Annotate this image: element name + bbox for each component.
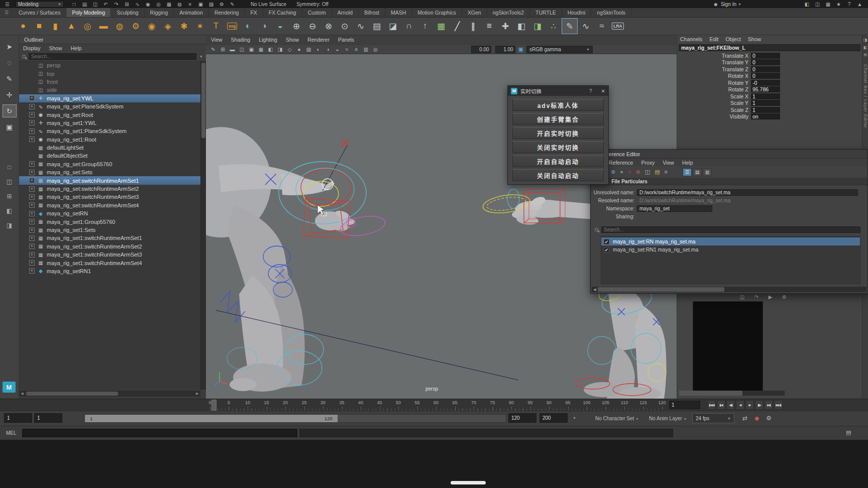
command-language-toggle[interactable]: MEL xyxy=(6,430,17,436)
persp-graph-layout-button[interactable]: ◨ xyxy=(3,220,17,231)
expand-toggle-icon[interactable]: + xyxy=(29,178,35,183)
create-reference-icon[interactable]: ⊕ xyxy=(611,169,615,175)
auto-keyframe-icon[interactable]: ◆ xyxy=(754,415,759,422)
exposure-field[interactable] xyxy=(471,46,491,53)
poly-superellipse-icon[interactable]: ◈ xyxy=(160,18,176,34)
shelf-tab[interactable]: FX Caching xyxy=(263,8,302,17)
expand-toggle-icon[interactable]: + xyxy=(29,170,35,175)
current-frame-field[interactable] xyxy=(669,401,700,409)
node-name-field[interactable]: maya_rig_set:FKElbow_L xyxy=(679,44,860,51)
channel-box-menu[interactable]: Edit xyxy=(709,36,718,42)
poly-soccer-ball-icon[interactable]: ◉ xyxy=(144,18,160,34)
poly-cylinder-icon[interactable]: ▮ xyxy=(47,18,63,34)
channel-attribute-row[interactable]: Scale Y 1 xyxy=(677,100,862,107)
poly-cube-icon[interactable]: ■ xyxy=(31,18,47,34)
range-slider-thumb[interactable]: 1 120 xyxy=(85,415,338,422)
expand-toggle-icon[interactable]: + xyxy=(29,186,35,192)
move-tool[interactable]: ✛ xyxy=(3,88,17,101)
dialog-close-button[interactable]: ✕ xyxy=(601,88,605,94)
channel-box-menu[interactable]: Show xyxy=(748,36,761,42)
expand-toggle-icon[interactable]: + xyxy=(29,260,35,266)
attribute-editor-toggle-icon[interactable]: ◧ xyxy=(863,45,867,50)
main-menu-icon[interactable]: ☰ xyxy=(2,2,13,7)
attribute-value-field[interactable]: 1 xyxy=(751,100,780,106)
current-frame-marker[interactable] xyxy=(211,400,216,411)
outliner-item[interactable]: + maya_rig_setRN1 xyxy=(19,267,200,275)
viewport-menu[interactable]: View xyxy=(211,37,223,43)
four-panes-layout-button[interactable]: ⊞ xyxy=(3,191,17,202)
playback-speed-icon[interactable]: ⇄ xyxy=(742,415,747,422)
tool-settings-toggle-icon[interactable]: ⚙ xyxy=(863,53,867,57)
sculpt-tool-icon[interactable]: ✎ xyxy=(562,18,578,34)
poly-disc-icon[interactable]: ◍ xyxy=(112,18,128,34)
construction-history-icon[interactable]: ≡ xyxy=(185,2,195,7)
animation-preferences-icon[interactable]: ⚙ xyxy=(766,415,772,422)
gate-mask-icon[interactable]: ▣ xyxy=(247,47,256,52)
make-object-live-icon[interactable]: ◍ xyxy=(174,2,185,7)
dialog-button[interactable]: 创建手臂集合 xyxy=(512,113,604,125)
symmetrize-icon[interactable]: ◨ xyxy=(529,18,546,34)
attribute-value-field[interactable]: 0 xyxy=(751,59,780,65)
preview-hscrollbar[interactable] xyxy=(679,391,785,396)
step-back-frame-button[interactable]: ▮◀ xyxy=(717,400,725,410)
expand-toggle-icon[interactable]: + xyxy=(29,120,35,126)
attribute-value-field[interactable]: -0 xyxy=(751,80,780,86)
viewport-menu[interactable]: Renderer xyxy=(307,37,330,43)
outliner-menu[interactable]: Help xyxy=(71,45,82,51)
boolean-intersection-icon[interactable]: ◒ xyxy=(272,18,288,34)
outliner-item[interactable]: + maya_rig_set1:switchRuntimeArmSet2 xyxy=(19,242,200,251)
outliner-item[interactable]: + maya_rig_setRN xyxy=(19,209,200,217)
poly-cone-icon[interactable]: ▲ xyxy=(63,18,79,34)
outliner-item[interactable]: + maya_rig_set:switchRuntimeArmSet1 xyxy=(19,176,200,184)
smooth-sculpt-tool-icon[interactable]: ∿ xyxy=(578,18,594,34)
channel-attribute-row[interactable]: Scale X 1 xyxy=(677,93,862,100)
average-vertices-icon[interactable]: ∴ xyxy=(546,18,562,34)
dialog-button[interactable]: adv标准人体 xyxy=(512,99,604,111)
poly-gear-icon[interactable]: ⚙ xyxy=(128,18,144,34)
attribute-value-field[interactable]: on xyxy=(751,113,780,119)
fps-dropdown[interactable]: 24 fps▼ xyxy=(692,413,734,423)
outliner-item[interactable]: + maya_rig_set:switchRuntimeArmSet3 xyxy=(19,193,200,201)
snapshot-camera-icon[interactable]: ◫ xyxy=(737,294,747,300)
expand-toggle-icon[interactable]: + xyxy=(29,235,35,241)
attribute-value-field[interactable]: 0 xyxy=(751,73,780,79)
snapshot-icon[interactable]: ◫ xyxy=(812,2,823,7)
isolate-select-icon[interactable]: ◎ xyxy=(371,47,380,52)
ipr-render-icon[interactable]: ▨ xyxy=(206,2,216,7)
relax-tool-icon[interactable]: ≈ xyxy=(594,18,610,34)
expand-toggle-icon[interactable]: + xyxy=(29,219,35,224)
snap-to-curves-icon[interactable]: ∿ xyxy=(132,2,143,7)
shelf-tab[interactable]: FX xyxy=(245,8,263,17)
viewport-menu[interactable]: Panels xyxy=(338,37,354,43)
channel-attribute-row[interactable]: Rotate Y -0 xyxy=(677,79,862,86)
scale-tool[interactable]: ▣ xyxy=(3,120,17,134)
type-tool-icon[interactable]: T xyxy=(208,18,224,34)
channel-box-menu[interactable]: Object xyxy=(725,36,740,42)
snap-to-points-icon[interactable]: ◉ xyxy=(143,2,153,7)
loaded-checkbox[interactable] xyxy=(604,247,609,253)
shelf-tab[interactable]: TURTLE xyxy=(530,8,562,17)
list-edits-icon[interactable]: ≡ xyxy=(665,169,668,175)
poly-plane-icon[interactable]: ▬ xyxy=(95,18,112,34)
outliner-item[interactable]: + maya_rig_set1:switchRuntimeArmSet4 xyxy=(19,259,200,267)
expand-toggle-icon[interactable]: + xyxy=(29,161,35,167)
snap-to-view-planes-icon[interactable]: ▦ xyxy=(164,2,174,7)
outliner-item[interactable]: + maya_rig_set:Group55760 xyxy=(19,160,200,168)
safe-title-icon[interactable]: ◨ xyxy=(275,47,285,52)
rotate-tool[interactable]: ↻ xyxy=(3,104,17,117)
channel-attribute-row[interactable]: Translate Z 0 xyxy=(677,66,862,73)
snap-to-grids-icon[interactable]: ⊞ xyxy=(122,2,132,7)
shelf-tab[interactable]: ngSkinTools xyxy=(591,8,631,17)
outliner-item[interactable]: + maya_rig_set1:Sets xyxy=(19,226,200,234)
outliner-item[interactable]: + maya_rig_set1:Root xyxy=(19,136,200,144)
shelf-tab[interactable]: Sculpting xyxy=(111,8,144,17)
anti-aliasing-icon[interactable]: ≡ xyxy=(352,47,361,52)
field-value[interactable]: D:/work/switchRuntime/maya_rig_set.ma xyxy=(637,197,858,204)
path-view-toggle[interactable]: ▥ xyxy=(703,168,712,176)
range-slider[interactable]: 1 120 xyxy=(84,414,506,423)
load-reference-icon[interactable]: ● xyxy=(620,169,623,175)
reference-search-input[interactable] xyxy=(601,226,860,233)
bridge-icon[interactable]: ∩ xyxy=(401,18,417,34)
lasso-select-tool[interactable]: ◌ xyxy=(3,56,17,69)
outliner-item[interactable]: + maya_rig_set:switchRuntimeArmSet2 xyxy=(19,185,200,193)
